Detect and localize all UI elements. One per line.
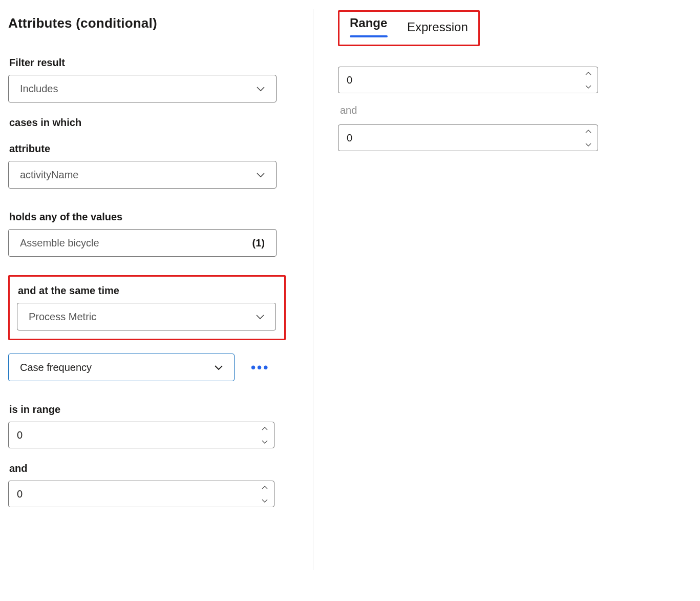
attribute-value: activityName [20, 169, 78, 181]
holds-values-count: (1) [252, 237, 265, 249]
and-label: and [9, 463, 292, 474]
tabs: Range Expression [350, 16, 468, 37]
cases-in-which-label: cases in which [9, 117, 292, 129]
is-in-range-label: is in range [9, 404, 292, 416]
chevron-down-icon [254, 169, 267, 181]
spinner-down-icon[interactable] [256, 494, 274, 507]
tab-underline [350, 35, 388, 37]
case-frequency-select[interactable]: Case frequency [8, 354, 235, 381]
same-time-value: Process Metric [29, 311, 96, 323]
left-panel: Attributes (conditional) Filter result I… [8, 9, 313, 570]
range-from-input[interactable] [9, 422, 256, 448]
attribute-label: attribute [9, 143, 292, 155]
right-and-label: and [340, 105, 693, 116]
chevron-down-icon [213, 361, 225, 374]
right-to-spinner[interactable] [338, 125, 598, 151]
tab-range[interactable]: Range [350, 16, 388, 33]
attribute-select[interactable]: activityName [8, 161, 277, 189]
holds-values-select[interactable]: Assemble bicycle (1) [8, 229, 277, 257]
filter-result-label: Filter result [9, 57, 292, 69]
case-frequency-value: Case frequency [20, 362, 92, 374]
spinner-down-icon[interactable] [579, 80, 598, 93]
right-to-input[interactable] [338, 125, 579, 151]
range-to-spinner[interactable] [8, 481, 274, 507]
range-from-spinner[interactable] [8, 422, 274, 448]
filter-result-value: Includes [20, 83, 58, 95]
spinner-up-icon[interactable] [256, 481, 274, 494]
spinner-up-icon[interactable] [256, 422, 274, 435]
tabs-highlight: Range Expression [338, 10, 480, 46]
holds-values-label: holds any of the values [9, 211, 292, 223]
more-options-icon[interactable]: ••• [251, 361, 269, 374]
same-time-highlight: and at the same time Process Metric [8, 275, 286, 340]
holds-values-text: Assemble bicycle [20, 237, 99, 249]
filter-result-select[interactable]: Includes [8, 75, 277, 102]
chevron-down-icon [254, 310, 266, 323]
spinner-down-icon[interactable] [256, 435, 274, 448]
right-panel: Range Expression and [313, 9, 695, 570]
tab-expression[interactable]: Expression [407, 20, 468, 37]
spinner-down-icon[interactable] [579, 138, 598, 151]
right-from-spinner[interactable] [338, 67, 598, 93]
chevron-down-icon [254, 82, 267, 95]
spinner-up-icon[interactable] [579, 125, 598, 138]
range-to-input[interactable] [9, 481, 256, 507]
same-time-label: and at the same time [18, 285, 276, 297]
same-time-select[interactable]: Process Metric [17, 303, 276, 330]
page-title: Attributes (conditional) [8, 15, 292, 31]
right-from-input[interactable] [338, 67, 579, 93]
spinner-up-icon[interactable] [579, 67, 598, 80]
